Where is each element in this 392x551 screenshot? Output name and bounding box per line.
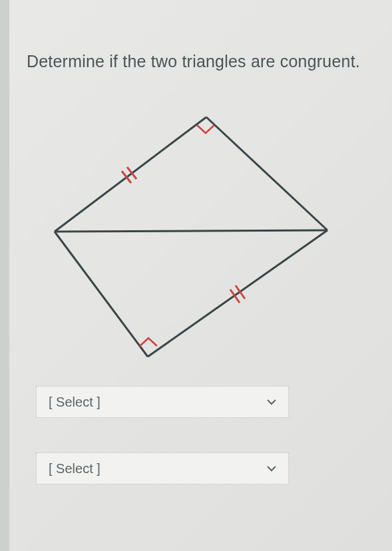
answer-dropdown-2[interactable]: [ Select ] <box>36 453 289 484</box>
edge-top-right <box>206 117 327 230</box>
svg-line-0 <box>122 171 131 183</box>
content-area: Determine if the two triangles are congr… <box>9 0 392 551</box>
answer-dropdown-1[interactable]: [ Select ] <box>36 386 289 418</box>
left-margin <box>0 0 9 551</box>
diagonal <box>55 230 327 232</box>
edge-bottom-left <box>55 232 148 357</box>
dropdown-1-placeholder: [ Select ] <box>49 395 100 410</box>
edge-bottom-right <box>148 230 327 357</box>
edge-top-left <box>55 117 206 232</box>
dropdown-2-placeholder: [ Select ] <box>49 461 100 476</box>
geometry-diagram <box>41 98 341 365</box>
svg-line-3 <box>236 285 245 299</box>
svg-line-2 <box>230 289 240 303</box>
chevron-down-icon <box>267 397 276 407</box>
question-prompt: Determine if the two triangles are congr… <box>27 52 360 71</box>
right-angle-marker-bottom <box>140 338 157 346</box>
right-angle-marker-top <box>197 125 214 133</box>
chevron-down-icon <box>267 464 276 473</box>
svg-line-1 <box>127 167 136 179</box>
